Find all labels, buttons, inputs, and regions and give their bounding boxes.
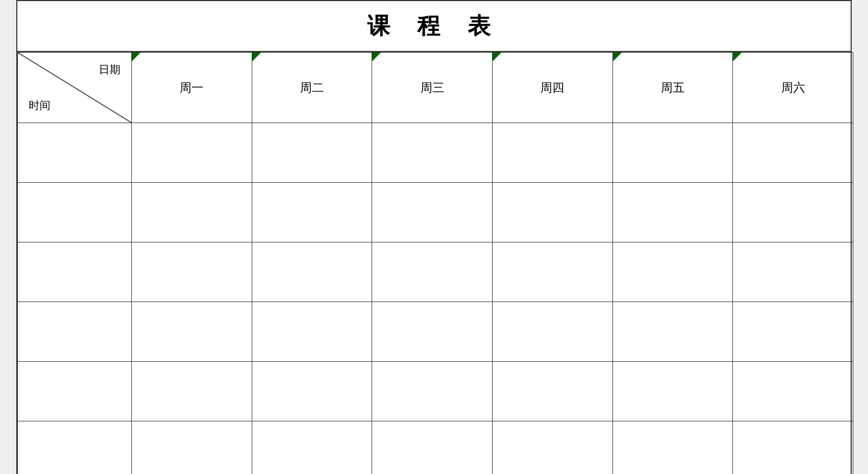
header-monday: 周一	[132, 53, 252, 123]
cell-row5-col1[interactable]	[252, 421, 372, 475]
cell-row4-col2[interactable]	[372, 362, 493, 421]
cell-row0-col3[interactable]	[492, 123, 612, 183]
schedule-body	[18, 123, 853, 475]
time-cell-5[interactable]	[18, 421, 132, 475]
cell-row4-col5[interactable]	[733, 362, 853, 421]
cell-row3-col1[interactable]	[252, 302, 372, 362]
cell-row0-col5[interactable]	[733, 123, 853, 183]
cell-row4-col0[interactable]	[132, 362, 252, 421]
cell-row5-col4[interactable]	[612, 421, 733, 475]
cell-row2-col1[interactable]	[252, 242, 372, 302]
time-cell-0[interactable]	[18, 123, 132, 183]
corner-time-label: 时间	[29, 98, 50, 113]
cell-row3-col4[interactable]	[612, 302, 733, 362]
time-cell-1[interactable]	[18, 183, 132, 242]
cell-row5-col3[interactable]	[492, 421, 612, 475]
cell-row0-col1[interactable]	[252, 123, 372, 183]
cell-row5-col5[interactable]	[733, 421, 853, 475]
time-cell-4[interactable]	[18, 362, 132, 421]
cell-row4-col1[interactable]	[252, 362, 372, 421]
header-wednesday: 周三	[372, 53, 493, 123]
cell-row5-col2[interactable]	[372, 421, 493, 475]
cell-row1-col5[interactable]	[733, 183, 853, 242]
cell-row0-col2[interactable]	[372, 123, 493, 183]
cell-row5-col0[interactable]	[132, 421, 252, 475]
table-row	[18, 183, 853, 242]
table-row	[18, 421, 853, 475]
corner-cell: 时间 日期	[18, 53, 132, 123]
cell-row0-col0[interactable]	[132, 123, 252, 183]
cell-row1-col3[interactable]	[492, 183, 612, 242]
time-cell-2[interactable]	[18, 242, 132, 302]
cell-row3-col0[interactable]	[132, 302, 252, 362]
time-cell-3[interactable]	[18, 302, 132, 362]
cell-row3-col3[interactable]	[492, 302, 612, 362]
cell-row3-col5[interactable]	[733, 302, 853, 362]
schedule-table: 时间 日期 周一 周二 周三 周四 周五 周	[17, 52, 853, 474]
schedule-container: 课 程 表 时间 日期 周一	[16, 0, 852, 474]
header-tuesday: 周二	[252, 53, 372, 123]
cell-row2-col4[interactable]	[612, 242, 733, 302]
cell-row4-col3[interactable]	[492, 362, 612, 421]
cell-row2-col0[interactable]	[132, 242, 252, 302]
cell-row3-col2[interactable]	[372, 302, 493, 362]
cell-row4-col4[interactable]	[612, 362, 733, 421]
header-thursday: 周四	[492, 53, 612, 123]
table-row	[18, 123, 853, 183]
cell-row1-col2[interactable]	[372, 183, 493, 242]
header-friday: 周五	[612, 53, 733, 123]
cell-row2-col2[interactable]	[372, 242, 493, 302]
table-row	[18, 302, 853, 362]
corner-date-label: 日期	[99, 62, 120, 77]
table-row	[18, 362, 853, 421]
cell-row2-col5[interactable]	[733, 242, 853, 302]
table-row	[18, 242, 853, 302]
header-saturday: 周六	[733, 53, 853, 123]
cell-row2-col3[interactable]	[492, 242, 612, 302]
schedule-title: 课 程 表	[17, 1, 851, 52]
cell-row1-col4[interactable]	[612, 183, 733, 242]
header-row: 时间 日期 周一 周二 周三 周四 周五 周	[18, 53, 853, 123]
cell-row1-col0[interactable]	[132, 183, 252, 242]
cell-row0-col4[interactable]	[612, 123, 733, 183]
cell-row1-col1[interactable]	[252, 183, 372, 242]
